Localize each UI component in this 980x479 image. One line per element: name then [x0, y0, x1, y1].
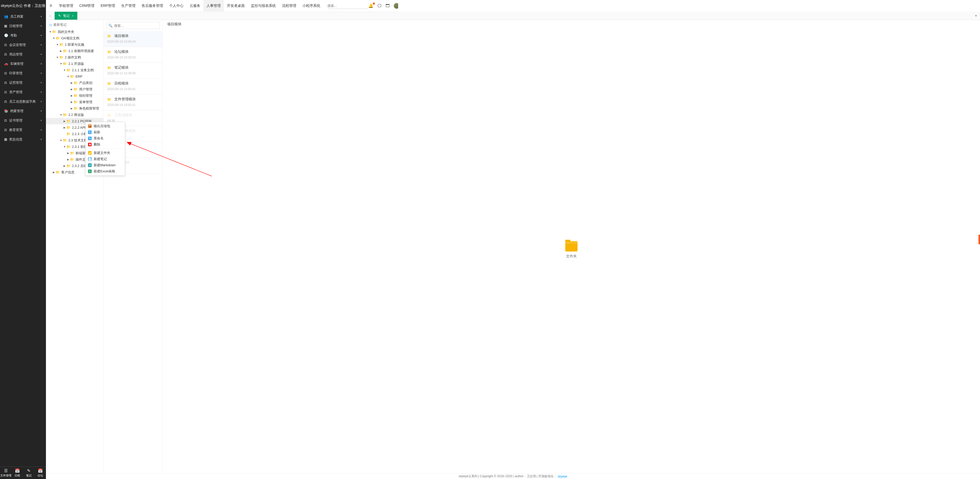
ctx-item-3[interactable]: ✖删除	[86, 141, 125, 148]
tree-row-4[interactable]: ▼📁2 操作文档	[46, 54, 103, 61]
caret-icon: ▶	[66, 152, 70, 155]
tree-row-1[interactable]: ▼📁OA项目文档	[46, 35, 103, 42]
topnav-item-1[interactable]: CRM管理	[76, 0, 98, 12]
brand-title: skyeye云办公 作者：卫志强	[0, 0, 46, 12]
user-menu[interactable]: chendonggua ▾	[394, 3, 398, 9]
tree-row-3[interactable]: ▶📁1.1 依赖环境搭建	[46, 48, 103, 54]
leftnav-item-13[interactable]: ▦奖惩信息▾	[0, 134, 46, 144]
chevron-down-icon: ▾	[41, 100, 42, 103]
tree-row-5[interactable]: ▼📁2.1 开源版	[46, 61, 103, 67]
topnav-item-8[interactable]: 开发者桌面	[224, 0, 248, 12]
tree-row-10[interactable]: ▶📁组织管理	[46, 93, 103, 99]
tree-row-11[interactable]: ▶📁菜单管理	[46, 99, 103, 105]
folder-icon: 📁	[59, 56, 63, 59]
pencil-icon: ✎	[58, 14, 61, 18]
topnav-item-0[interactable]: 学校管理	[56, 0, 76, 12]
latest-notes-link[interactable]: ◷ 最新笔记	[46, 22, 103, 29]
nav-icon: ⚖	[4, 71, 7, 75]
folder-icon: 📁	[63, 49, 67, 53]
note-search-input[interactable]	[114, 24, 158, 27]
nav-icon: ⚖	[4, 43, 7, 47]
tree-row-0[interactable]: ▼📁我的文件夹	[46, 29, 103, 35]
topnav-item-11[interactable]: 小程序系统	[299, 0, 323, 12]
topnav-item-2[interactable]: ERP管理	[97, 0, 118, 12]
caret-icon: ▶	[63, 126, 66, 129]
hamburger-icon[interactable]: ≡	[46, 3, 56, 8]
chevron-down-icon: ▾	[41, 43, 42, 46]
folder-icon: 📁	[107, 82, 111, 86]
ctx-item-7[interactable]: M新建Markdown	[86, 162, 125, 168]
chevron-down-icon: ▾	[41, 91, 42, 93]
leftnav-item-9[interactable]: ⚖员工信息数据字典▾	[0, 97, 46, 106]
leftnav-item-0[interactable]: 👥员工档案▾	[0, 12, 46, 21]
tree-row-12[interactable]: ▶📁角色权限管理	[46, 105, 103, 112]
leftnav-item-7[interactable]: ⚖证照管理▾	[0, 78, 46, 87]
tree-row-13[interactable]: ▼📁2.2 商业版	[46, 112, 103, 118]
ctx-item-1[interactable]: ↻刷新	[86, 129, 125, 135]
caret-icon: ▼	[52, 37, 56, 40]
topnav-item-5[interactable]: 个人中心	[166, 0, 186, 12]
leftnav-item-3[interactable]: ⚖会议室管理▾	[0, 40, 46, 49]
ctx-item-0[interactable]: 📦输出压缩包	[86, 123, 125, 129]
nav-icon: ⚖	[4, 90, 7, 94]
caret-icon: ▼	[48, 30, 52, 33]
folder-icon: 📁	[66, 126, 70, 129]
folder-icon: 📁	[56, 36, 60, 40]
leftnav-item-12[interactable]: ⚖教育背景▾	[0, 125, 46, 134]
leftnav-item-5[interactable]: 🚗车辆管理▾	[0, 59, 46, 69]
tree-row-2[interactable]: ▼📁1 部署与实施	[46, 42, 103, 48]
window-icon[interactable]: 🗔	[386, 3, 390, 8]
topnav-item-3[interactable]: 生产管理	[118, 0, 138, 12]
nav-icon: 👥	[4, 14, 8, 18]
caret-icon: ▼	[56, 56, 59, 59]
folder-icon: 📁	[107, 97, 111, 101]
ctx-item-5[interactable]: 📁新建文件夹	[86, 150, 125, 156]
ctx-item-6[interactable]: 📄新建笔记	[86, 156, 125, 162]
chevron-down-icon: ▾	[41, 62, 42, 65]
topnav-item-7[interactable]: 人事管理	[204, 0, 224, 12]
folder-icon: 📁	[107, 113, 111, 117]
topnav-item-4[interactable]: 售后服务管理	[138, 0, 166, 12]
bell-icon[interactable]: 🔔	[368, 3, 373, 8]
caret-icon: ▶	[70, 88, 73, 91]
leftnav-item-11[interactable]: ⚖证书管理▾	[0, 116, 46, 125]
home-tab[interactable]: ⌂	[46, 12, 55, 20]
avatar	[394, 3, 398, 9]
note-item-2[interactable]: 📁笔记模块2020-09-13 10:28:58	[103, 63, 162, 79]
caret-icon: ▼	[56, 43, 59, 46]
tree-row-9[interactable]: ▶📁用户管理	[46, 86, 103, 93]
close-icon[interactable]: ×	[72, 14, 74, 18]
detail-title: 项目模块	[162, 20, 398, 27]
nav-icon: ⚖	[4, 100, 7, 104]
note-item-3[interactable]: 📁日程模块2020-09-19 20:00:41	[103, 79, 162, 94]
nav-icon: 🚗	[4, 62, 8, 65]
chevron-down-icon: ▾	[41, 53, 42, 56]
topnav-item-10[interactable]: 流程管理	[279, 0, 299, 12]
tab-notes[interactable]: ✎ 笔记 ×	[55, 12, 77, 20]
folder-icon: 📁	[63, 113, 67, 117]
top-search-input[interactable]	[328, 3, 368, 9]
note-item-4[interactable]: 📁文件管理模块2020-09-19 19:55:41	[103, 94, 162, 110]
leftnav-item-2[interactable]: 🕒考勤▾	[0, 30, 46, 40]
monitor-icon[interactable]: 🖵	[377, 3, 382, 8]
tree-row-8[interactable]: ▶📁产品类别	[46, 80, 103, 86]
folder-icon: 📁	[66, 68, 70, 72]
tree-row-7[interactable]: ▼📁ERP	[46, 73, 103, 80]
leftnav-item-10[interactable]: 📚档案管理▾	[0, 106, 46, 116]
folder-icon: 📁	[56, 170, 60, 174]
note-item-1[interactable]: 📁论坛模块2020-09-19 20:03:53	[103, 47, 162, 63]
leftnav-item-6[interactable]: ⚖印章管理▾	[0, 69, 46, 78]
note-item-0[interactable]: 📁项目模块2020-09-19 20:06:43	[103, 31, 162, 47]
leftnav-item-1[interactable]: ▦日程管理▾	[0, 21, 46, 30]
caret-icon: ▼	[59, 139, 63, 142]
tree-row-6[interactable]: ▼📁2.1.1 业务文档	[46, 67, 103, 73]
leftnav-item-4[interactable]: ⚖用品管理▾	[0, 49, 46, 59]
folder-icon: 📁	[66, 164, 70, 168]
topnav-item-6[interactable]: 云服务	[186, 0, 204, 12]
leftnav-item-8[interactable]: ⚖资产管理▾	[0, 87, 46, 97]
topnav-item-9[interactable]: 监控与报表系统	[248, 0, 279, 12]
ctx-item-8[interactable]: X新建Excel表格	[86, 168, 125, 174]
folder-icon: 📁	[73, 94, 78, 97]
ctx-item-2[interactable]: ✎重命名	[86, 135, 125, 141]
clock-icon: ◷	[49, 23, 52, 27]
